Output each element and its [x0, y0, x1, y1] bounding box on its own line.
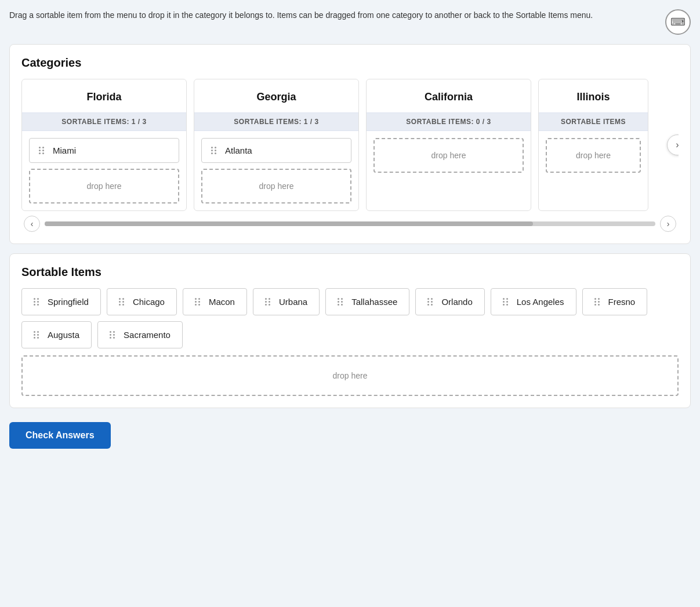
item-label: Augusta	[48, 330, 79, 340]
category-items: Atlanta drop here	[194, 131, 358, 210]
categories-title: Categories	[21, 56, 679, 70]
category-drop-zone-illinois[interactable]: drop here	[546, 138, 641, 173]
sortable-item[interactable]: Orlando	[415, 288, 484, 315]
scroll-nav: ‹ ›	[21, 216, 679, 232]
scroll-left-button[interactable]: ‹	[24, 216, 40, 232]
drag-handle-icon	[265, 298, 273, 306]
category-name: Georgia	[256, 91, 296, 103]
drag-handle-icon	[34, 298, 42, 306]
drag-handle-icon	[195, 298, 203, 306]
drag-handle-icon	[211, 147, 219, 154]
category-header: California	[367, 79, 531, 112]
sortable-item[interactable]: Tallahassee	[325, 288, 409, 315]
top-bar: Drag a sortable item from the menu to dr…	[9, 9, 691, 35]
category-drop-zone-california[interactable]: drop here	[373, 138, 524, 173]
sortable-item[interactable]: Macon	[183, 288, 247, 315]
category-header: Georgia	[194, 79, 358, 112]
drag-handle-icon	[338, 298, 346, 306]
item-label: Springfield	[48, 297, 89, 307]
check-answers-button[interactable]: Check Answers	[9, 422, 111, 449]
sortable-count-bar: SORTABLE ITEMS	[539, 112, 648, 131]
sortable-item[interactable]: Chicago	[107, 288, 177, 315]
category-card-illinois: Illinois SORTABLE ITEMS drop here	[538, 79, 648, 211]
category-items: drop here	[367, 131, 531, 201]
scroll-right-button[interactable]: ›	[660, 216, 676, 232]
sortable-item[interactable]: Fresno	[582, 288, 648, 315]
sortable-items-section: Sortable Items Springfield Chicago Macon…	[9, 253, 691, 408]
category-drop-zone-georgia[interactable]: drop here	[201, 169, 351, 203]
drag-handle-icon	[119, 298, 127, 306]
item-label: Los Angeles	[517, 297, 564, 307]
item-label: Orlando	[441, 297, 472, 307]
categories-section: Categories Florida SORTABLE ITEMS: 1 / 3…	[9, 44, 691, 244]
sortable-count-bar: SORTABLE ITEMS: 0 / 3	[367, 112, 531, 131]
category-items: drop here	[539, 131, 648, 201]
draggable-item[interactable]: Atlanta	[201, 138, 351, 163]
drag-handle-icon	[34, 331, 42, 339]
sortable-item[interactable]: Los Angeles	[491, 288, 576, 315]
item-label: Macon	[209, 297, 235, 307]
draggable-item[interactable]: Miami	[29, 138, 179, 163]
keyboard-button[interactable]: ⌨	[665, 9, 691, 35]
category-header: Florida	[22, 79, 186, 112]
drag-handle-icon	[427, 298, 436, 306]
category-card-florida: Florida SORTABLE ITEMS: 1 / 3 Miami drop…	[21, 79, 187, 211]
drag-handle-icon	[503, 298, 511, 306]
item-label: Tallahassee	[351, 297, 397, 307]
item-label: Chicago	[133, 297, 165, 307]
scroll-track[interactable]	[45, 221, 655, 226]
sortable-item[interactable]: Augusta	[21, 321, 92, 348]
category-card-california: California SORTABLE ITEMS: 0 / 3 drop he…	[366, 79, 531, 211]
sortable-item[interactable]: Urbana	[253, 288, 320, 315]
category-name: Florida	[86, 91, 121, 103]
sortable-count-bar: SORTABLE ITEMS: 1 / 3	[22, 112, 186, 131]
item-label: Sacramento	[124, 330, 171, 340]
sortable-count-bar: SORTABLE ITEMS: 1 / 3	[194, 112, 358, 131]
item-label: Fresno	[608, 297, 636, 307]
sortable-items-grid: Springfield Chicago Macon Urbana Tallaha…	[21, 288, 679, 348]
category-card-georgia: Georgia SORTABLE ITEMS: 1 / 3 Atlanta dr…	[194, 79, 359, 211]
sortable-items-title: Sortable Items	[21, 266, 679, 279]
category-items: Miami drop here	[22, 131, 186, 210]
drag-handle-icon	[110, 331, 118, 339]
category-name: California	[425, 91, 473, 103]
drag-handle-icon	[594, 298, 603, 306]
sortable-drop-zone[interactable]: drop here	[21, 355, 679, 396]
category-drop-zone-florida[interactable]: drop here	[29, 169, 179, 203]
categories-container: Florida SORTABLE ITEMS: 1 / 3 Miami drop…	[21, 79, 679, 211]
item-label: Atlanta	[225, 146, 252, 155]
instructions-text: Drag a sortable item from the menu to dr…	[9, 9, 593, 21]
drag-handle-icon	[39, 147, 47, 154]
sortable-item[interactable]: Springfield	[21, 288, 101, 315]
categories-outer: Florida SORTABLE ITEMS: 1 / 3 Miami drop…	[21, 79, 679, 211]
category-name: Illinois	[576, 91, 610, 103]
sortable-item[interactable]: Sacramento	[97, 321, 183, 348]
scroll-thumb	[45, 221, 533, 226]
item-label: Miami	[53, 146, 76, 155]
item-label: Urbana	[279, 297, 307, 307]
category-header: Illinois	[539, 79, 648, 112]
